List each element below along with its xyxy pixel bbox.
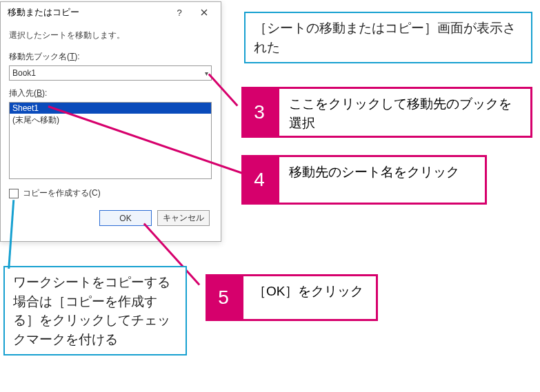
create-copy-row: コピーを作成する(C) bbox=[9, 187, 212, 199]
list-item[interactable]: (末尾へ移動) bbox=[10, 114, 211, 127]
step-number-5: 5 bbox=[206, 274, 241, 321]
cancel-button[interactable]: キャンセル bbox=[157, 210, 210, 226]
callout-dialog-shown: ［シートの移動またはコピー］画面が表示された bbox=[244, 12, 532, 63]
create-copy-checkbox[interactable] bbox=[9, 189, 19, 198]
create-copy-label: コピーを作成する(C) bbox=[23, 187, 101, 199]
callout-step-3: ここをクリックして移動先のブックを選択 bbox=[277, 87, 532, 138]
button-row: OK キャンセル bbox=[9, 210, 212, 226]
step-number-3: 3 bbox=[241, 87, 277, 138]
destination-book-combo[interactable]: Book1 ▾ bbox=[9, 65, 212, 81]
insert-before-listbox[interactable]: Sheet1 (末尾へ移動) bbox=[9, 102, 212, 179]
dialog-title: 移動またはコピー bbox=[8, 6, 79, 19]
callout-copy-checkbox: ワークシートをコピーする場合は［コピーを作成する］をクリックしてチェックマークを… bbox=[3, 266, 187, 355]
dialog-description: 選択したシートを移動します。 bbox=[9, 30, 212, 41]
step-number-4: 4 bbox=[241, 155, 277, 205]
help-button[interactable]: ? bbox=[167, 4, 192, 21]
close-button[interactable] bbox=[192, 4, 217, 21]
close-icon bbox=[201, 9, 208, 16]
insert-before-label: 挿入先(B): bbox=[9, 87, 212, 99]
window-controls: ? bbox=[167, 4, 217, 21]
chevron-down-icon: ▾ bbox=[205, 70, 208, 77]
list-item[interactable]: Sheet1 bbox=[10, 103, 211, 114]
move-or-copy-dialog: 移動またはコピー ? 選択したシートを移動します。 移動先ブック名(T): Bo… bbox=[0, 1, 221, 242]
destination-book-label: 移動先ブック名(T): bbox=[9, 51, 212, 63]
destination-book-value: Book1 bbox=[12, 68, 36, 78]
callout-step-5: ［OK］をクリック bbox=[241, 274, 378, 321]
callout-step-4: 移動先のシート名をクリック bbox=[277, 155, 487, 205]
titlebar: 移動またはコピー ? bbox=[1, 2, 221, 23]
